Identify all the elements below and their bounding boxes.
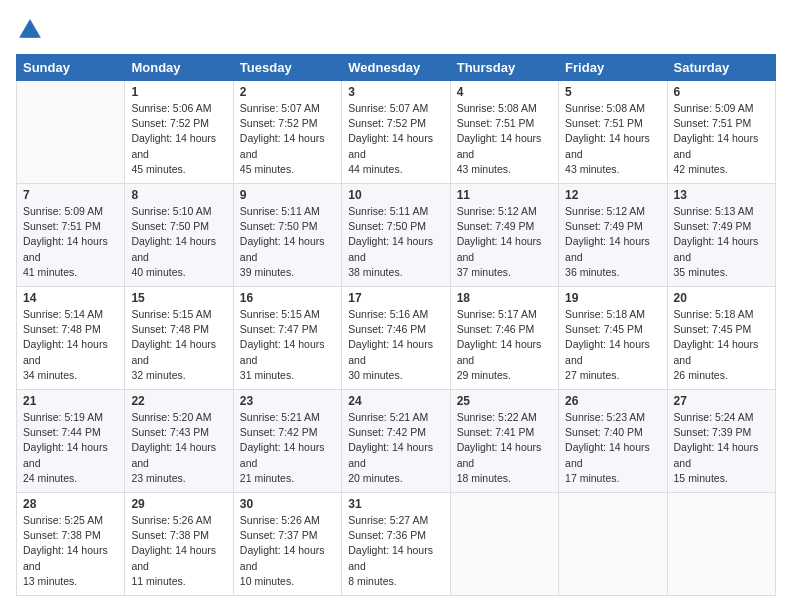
daylight-line2: 41 minutes. xyxy=(23,266,77,278)
daylight-line1: Daylight: 14 hours and xyxy=(23,544,108,571)
day-number: 18 xyxy=(457,291,552,305)
daylight-line1: Daylight: 14 hours and xyxy=(23,441,108,468)
daylight-line1: Daylight: 14 hours and xyxy=(131,235,216,262)
calendar-cell-3-6: 27Sunrise: 5:24 AMSunset: 7:39 PMDayligh… xyxy=(667,390,775,493)
day-number: 23 xyxy=(240,394,335,408)
day-info: Sunrise: 5:24 AMSunset: 7:39 PMDaylight:… xyxy=(674,410,769,486)
sunset-text: Sunset: 7:39 PM xyxy=(674,426,752,438)
sunrise-text: Sunrise: 5:12 AM xyxy=(457,205,537,217)
daylight-line2: 36 minutes. xyxy=(565,266,619,278)
sunset-text: Sunset: 7:36 PM xyxy=(348,529,426,541)
day-info: Sunrise: 5:10 AMSunset: 7:50 PMDaylight:… xyxy=(131,204,226,280)
calendar-week-row-4: 28Sunrise: 5:25 AMSunset: 7:38 PMDayligh… xyxy=(17,493,776,596)
day-info: Sunrise: 5:15 AMSunset: 7:48 PMDaylight:… xyxy=(131,307,226,383)
logo-icon xyxy=(16,16,44,44)
day-number: 6 xyxy=(674,85,769,99)
day-number: 29 xyxy=(131,497,226,511)
daylight-line2: 18 minutes. xyxy=(457,472,511,484)
daylight-line1: Daylight: 14 hours and xyxy=(240,235,325,262)
day-info: Sunrise: 5:09 AMSunset: 7:51 PMDaylight:… xyxy=(674,101,769,177)
sunset-text: Sunset: 7:46 PM xyxy=(348,323,426,335)
calendar-cell-0-4: 4Sunrise: 5:08 AMSunset: 7:51 PMDaylight… xyxy=(450,81,558,184)
day-number: 30 xyxy=(240,497,335,511)
calendar-header-thursday: Thursday xyxy=(450,55,558,81)
daylight-line1: Daylight: 14 hours and xyxy=(457,338,542,365)
day-number: 1 xyxy=(131,85,226,99)
sunset-text: Sunset: 7:44 PM xyxy=(23,426,101,438)
sunrise-text: Sunrise: 5:07 AM xyxy=(348,102,428,114)
daylight-line1: Daylight: 14 hours and xyxy=(240,544,325,571)
daylight-line2: 35 minutes. xyxy=(674,266,728,278)
sunset-text: Sunset: 7:45 PM xyxy=(674,323,752,335)
calendar-cell-1-1: 8Sunrise: 5:10 AMSunset: 7:50 PMDaylight… xyxy=(125,184,233,287)
daylight-line1: Daylight: 14 hours and xyxy=(674,132,759,159)
daylight-line2: 23 minutes. xyxy=(131,472,185,484)
sunset-text: Sunset: 7:52 PM xyxy=(348,117,426,129)
sunset-text: Sunset: 7:42 PM xyxy=(348,426,426,438)
sunrise-text: Sunrise: 5:07 AM xyxy=(240,102,320,114)
sunrise-text: Sunrise: 5:25 AM xyxy=(23,514,103,526)
sunrise-text: Sunrise: 5:26 AM xyxy=(131,514,211,526)
daylight-line2: 31 minutes. xyxy=(240,369,294,381)
sunset-text: Sunset: 7:46 PM xyxy=(457,323,535,335)
day-number: 4 xyxy=(457,85,552,99)
sunrise-text: Sunrise: 5:10 AM xyxy=(131,205,211,217)
daylight-line1: Daylight: 14 hours and xyxy=(240,441,325,468)
daylight-line1: Daylight: 14 hours and xyxy=(674,338,759,365)
calendar-cell-3-4: 25Sunrise: 5:22 AMSunset: 7:41 PMDayligh… xyxy=(450,390,558,493)
day-info: Sunrise: 5:07 AMSunset: 7:52 PMDaylight:… xyxy=(240,101,335,177)
calendar-cell-0-6: 6Sunrise: 5:09 AMSunset: 7:51 PMDaylight… xyxy=(667,81,775,184)
sunset-text: Sunset: 7:51 PM xyxy=(674,117,752,129)
day-number: 7 xyxy=(23,188,118,202)
sunset-text: Sunset: 7:40 PM xyxy=(565,426,643,438)
daylight-line2: 11 minutes. xyxy=(131,575,185,587)
sunrise-text: Sunrise: 5:11 AM xyxy=(348,205,428,217)
daylight-line1: Daylight: 14 hours and xyxy=(565,441,650,468)
day-info: Sunrise: 5:07 AMSunset: 7:52 PMDaylight:… xyxy=(348,101,443,177)
day-number: 19 xyxy=(565,291,660,305)
daylight-line1: Daylight: 14 hours and xyxy=(23,338,108,365)
calendar-cell-3-5: 26Sunrise: 5:23 AMSunset: 7:40 PMDayligh… xyxy=(559,390,667,493)
sunset-text: Sunset: 7:50 PM xyxy=(348,220,426,232)
day-info: Sunrise: 5:27 AMSunset: 7:36 PMDaylight:… xyxy=(348,513,443,589)
sunset-text: Sunset: 7:50 PM xyxy=(131,220,209,232)
daylight-line2: 10 minutes. xyxy=(240,575,294,587)
daylight-line2: 27 minutes. xyxy=(565,369,619,381)
day-info: Sunrise: 5:11 AMSunset: 7:50 PMDaylight:… xyxy=(348,204,443,280)
calendar-header-monday: Monday xyxy=(125,55,233,81)
sunset-text: Sunset: 7:51 PM xyxy=(565,117,643,129)
daylight-line1: Daylight: 14 hours and xyxy=(240,338,325,365)
calendar-cell-2-2: 16Sunrise: 5:15 AMSunset: 7:47 PMDayligh… xyxy=(233,287,341,390)
daylight-line2: 13 minutes. xyxy=(23,575,77,587)
day-info: Sunrise: 5:06 AMSunset: 7:52 PMDaylight:… xyxy=(131,101,226,177)
sunrise-text: Sunrise: 5:06 AM xyxy=(131,102,211,114)
sunrise-text: Sunrise: 5:18 AM xyxy=(565,308,645,320)
calendar-cell-0-0 xyxy=(17,81,125,184)
day-info: Sunrise: 5:26 AMSunset: 7:37 PMDaylight:… xyxy=(240,513,335,589)
calendar-week-row-2: 14Sunrise: 5:14 AMSunset: 7:48 PMDayligh… xyxy=(17,287,776,390)
day-info: Sunrise: 5:11 AMSunset: 7:50 PMDaylight:… xyxy=(240,204,335,280)
sunset-text: Sunset: 7:38 PM xyxy=(131,529,209,541)
day-info: Sunrise: 5:20 AMSunset: 7:43 PMDaylight:… xyxy=(131,410,226,486)
daylight-line1: Daylight: 14 hours and xyxy=(348,132,433,159)
calendar-cell-2-0: 14Sunrise: 5:14 AMSunset: 7:48 PMDayligh… xyxy=(17,287,125,390)
day-number: 3 xyxy=(348,85,443,99)
day-info: Sunrise: 5:17 AMSunset: 7:46 PMDaylight:… xyxy=(457,307,552,383)
daylight-line1: Daylight: 14 hours and xyxy=(348,235,433,262)
day-number: 20 xyxy=(674,291,769,305)
sunrise-text: Sunrise: 5:24 AM xyxy=(674,411,754,423)
sunset-text: Sunset: 7:52 PM xyxy=(240,117,318,129)
sunset-text: Sunset: 7:49 PM xyxy=(674,220,752,232)
calendar-cell-1-0: 7Sunrise: 5:09 AMSunset: 7:51 PMDaylight… xyxy=(17,184,125,287)
calendar-cell-3-2: 23Sunrise: 5:21 AMSunset: 7:42 PMDayligh… xyxy=(233,390,341,493)
day-info: Sunrise: 5:22 AMSunset: 7:41 PMDaylight:… xyxy=(457,410,552,486)
calendar-cell-0-3: 3Sunrise: 5:07 AMSunset: 7:52 PMDaylight… xyxy=(342,81,450,184)
daylight-line1: Daylight: 14 hours and xyxy=(565,132,650,159)
calendar-table: SundayMondayTuesdayWednesdayThursdayFrid… xyxy=(16,54,776,596)
day-number: 24 xyxy=(348,394,443,408)
sunrise-text: Sunrise: 5:21 AM xyxy=(348,411,428,423)
sunrise-text: Sunrise: 5:15 AM xyxy=(131,308,211,320)
calendar-cell-2-6: 20Sunrise: 5:18 AMSunset: 7:45 PMDayligh… xyxy=(667,287,775,390)
sunrise-text: Sunrise: 5:18 AM xyxy=(674,308,754,320)
day-info: Sunrise: 5:19 AMSunset: 7:44 PMDaylight:… xyxy=(23,410,118,486)
